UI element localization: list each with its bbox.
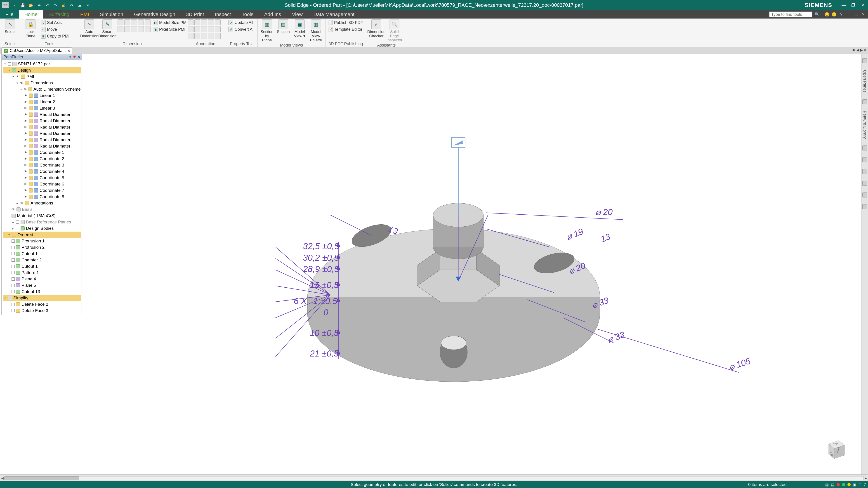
tab-nav-next-icon[interactable]: ▶ [860,48,863,52]
tab-generative[interactable]: Generative Design [129,10,181,19]
tree-base-ref[interactable]: ▸Base Reference Planes [3,219,81,225]
qat-more-icon[interactable]: ▾ [86,3,90,8]
tree-simplify[interactable]: ▾Simplify [3,295,81,301]
dim-label[interactable]: 28,9 ±0,5 [303,264,339,274]
tree-design-bodies[interactable]: ▸Design Bodies [3,225,81,232]
dock-icon[interactable] [862,99,867,104]
tab-nav-prev-icon[interactable]: ◀ [857,48,859,52]
help-icon[interactable]: ? [839,12,844,17]
dock-icon[interactable] [862,193,867,197]
tab-pmi[interactable]: PMI [75,10,94,19]
tree-material[interactable]: Material ( 16MnCrS) [3,213,81,219]
status-dot-green[interactable] [842,483,845,486]
doc-close-button[interactable]: ✕ [862,12,865,17]
lock-plane-button[interactable]: 🔒Lock Plane [23,20,38,38]
dim-label[interactable]: ⌀ 19 [565,226,585,242]
tree-item[interactable]: 👁Coordinate 1 [3,149,81,156]
publish-3dpdf-button[interactable]: 📄Publish 3D PDF [328,20,363,26]
qat-save-icon[interactable]: 💾 [20,3,25,8]
qat-sync-icon[interactable]: ⟳ [69,3,74,8]
tree-item[interactable]: 👁Coordinate 8 [3,194,81,200]
model-view-button[interactable]: ▣Model View ▾ [293,20,307,38]
tree-item[interactable]: 👁Radial Diameter [3,118,81,124]
dim-label[interactable]: 21 ±0,5 [309,349,339,358]
tree-item[interactable]: Chamfer 2 [3,257,81,263]
dock-icon[interactable] [862,169,867,174]
set-axis-button[interactable]: ↘Set Axis [41,20,69,26]
close-panel-icon[interactable]: ✕ [78,55,80,59]
pin-icon[interactable]: 📌 [72,55,76,59]
dock-tab-open-panes[interactable]: Open Panes [862,70,867,93]
qat-print-icon[interactable]: 🖶 [37,3,41,8]
qat-undo-icon[interactable]: ↶ [45,3,50,8]
dock-tab-feature-library[interactable]: Feature Library [862,111,867,139]
close-button[interactable]: ✕ [860,2,865,8]
view-cube[interactable]: FRONT RIGHT TOP [822,436,847,461]
status-dot-red[interactable] [837,483,840,486]
tree-item[interactable]: 👁Coordinate 6 [3,181,81,187]
template-editor-button[interactable]: 📝Template Editor [328,26,363,33]
tree-item[interactable]: 👁Radial Diameter [3,137,81,143]
tab-tools[interactable]: Tools [237,10,259,19]
frown-icon[interactable]: 😐 [832,12,837,17]
tree-auto-scheme[interactable]: ▾👁Auto Dimension Scheme [3,86,81,92]
dim-label[interactable]: 0 [323,307,329,317]
horizontal-scrollbar[interactable]: ◀ ▶ [0,475,868,481]
tree-item[interactable]: Delete Face 3 [3,307,81,314]
file-menu[interactable]: File [0,10,19,19]
restore-button[interactable]: ❐ [850,2,856,8]
tree-item[interactable]: Cutout 1 [3,251,81,257]
minimize-button[interactable]: — [841,2,846,8]
tree-item[interactable]: 👁Radial Diameter [3,111,81,118]
tab-inspect[interactable]: Inspect [210,10,237,19]
search-input[interactable] [769,11,812,18]
dock-icon[interactable] [862,58,867,63]
dimension-checker-button[interactable]: ✓Dimension Checker [368,20,384,38]
qat-touch-icon[interactable]: ☝ [61,3,66,8]
dropdown-icon[interactable]: ▾ [69,55,71,59]
tree-item[interactable]: Protrusion 2 [3,244,81,251]
dock-icon[interactable] [862,204,867,209]
status-icon[interactable]: ▤ [831,483,834,487]
tree-item[interactable]: 👁Linear 1 [3,92,81,99]
tree-dimensions[interactable]: ▾👁Dimensions [3,80,81,86]
dim-label[interactable]: 15 ±0,5 [310,280,339,290]
tab-nav-close-icon[interactable]: ✕ [864,48,867,52]
dock-icon[interactable] [862,181,867,186]
dim-label[interactable]: 32,5 ±0,5 [303,241,339,251]
tree-item[interactable]: 👁Coordinate 2 [3,156,81,162]
scroll-left-icon[interactable]: ◀ [0,476,4,480]
tree-item[interactable]: Delete Face 2 [3,301,81,307]
tab-3dprint[interactable]: 3D Print [181,10,209,19]
qat-redo-icon[interactable]: ↷ [53,3,58,8]
dim-label[interactable]: 10 ±0,5 [310,328,339,338]
tab-home[interactable]: Home [19,10,43,19]
doc-minimize-button[interactable]: — [847,12,851,17]
auto-dimension-button[interactable]: ⇲Auto Dimension [81,20,97,38]
tree-item[interactable]: 👁Linear 2 [3,99,81,105]
section-button[interactable]: ▤Section [276,20,290,34]
dim-label[interactable]: ⌀ 105 [727,356,752,372]
model-size-pmi-button[interactable]: ◧Model Size PMI [153,20,188,26]
tab-addins[interactable]: Add Ins [259,10,287,19]
qat-open-icon[interactable]: 📂 [29,3,33,8]
tree-item[interactable]: 👁Coordinate 5 [3,175,81,181]
status-icon[interactable]: ⊞ [859,483,862,487]
dock-icon[interactable] [862,157,867,162]
select-button[interactable]: ↖Select [2,20,18,34]
smart-dimension-button[interactable]: ✎Smart Dimension [99,20,115,38]
tree-item[interactable]: 👁Coordinate 3 [3,162,81,168]
search-icon[interactable]: 🔍 [814,12,820,17]
update-all-button[interactable]: ⟳Update All [228,20,254,26]
tree-ordered[interactable]: ▾Ordered [3,232,81,238]
status-icon[interactable]: ▣ [853,483,856,487]
dim-label[interactable]: ⌀ 33 [606,329,626,345]
scroll-thumb[interactable] [4,476,79,480]
tree-item[interactable]: 👁Radial Diameter [3,130,81,137]
document-tab[interactable]: P C:\Users\MuellerMk\AppData... ✕ [1,47,72,54]
pixel-size-pmi-button[interactable]: ◨Pixel Size PMI [153,26,188,33]
doc-restore-button[interactable]: ❐ [855,12,858,17]
tree-pmi[interactable]: ▾👁PMI [3,73,81,80]
dimension-tools-grid[interactable] [118,20,151,32]
scroll-right-icon[interactable]: ▶ [864,476,868,480]
